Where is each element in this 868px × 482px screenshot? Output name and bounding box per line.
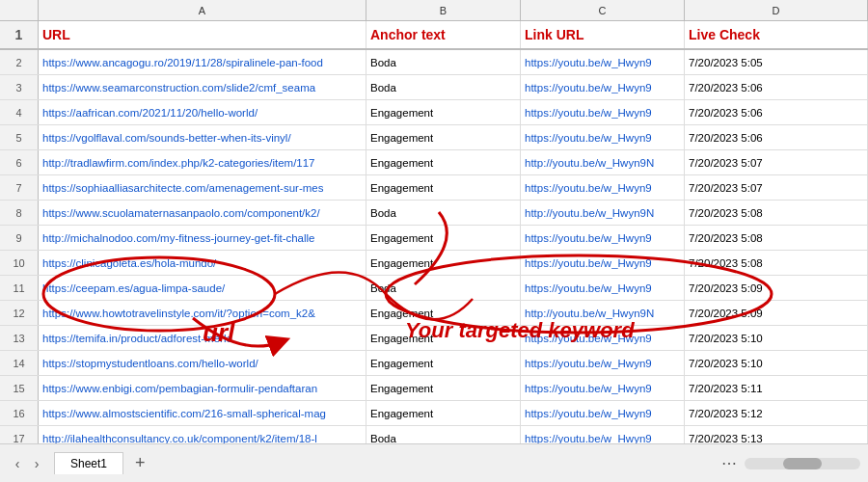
cell-anchor: Engagement — [366, 175, 521, 200]
table-row[interactable]: 5 https://vgolflaval.com/sounds-better-w… — [0, 125, 868, 150]
table-row[interactable]: 6 http://tradlawfirm.com/index.php/k2-ca… — [0, 150, 868, 175]
cell-url: https://www.ancagogu.ro/2019/11/28/spira… — [39, 50, 366, 74]
cell-anchor: Engagement — [366, 251, 521, 275]
row-num: 13 — [0, 326, 39, 350]
row-num: 4 — [0, 100, 39, 124]
scrollbar-thumb[interactable] — [783, 458, 822, 469]
cell-anchor: Boda — [366, 426, 521, 443]
cell-date: 7/20/2023 5:12 — [685, 401, 868, 425]
cell-url: https://aafrican.com/2021/11/20/hello-wo… — [39, 100, 366, 124]
row-num: 16 — [0, 401, 39, 425]
cell-url: https://www.scuolamaternasanpaolo.com/co… — [39, 201, 366, 225]
cell-anchor: Engagement — [366, 301, 521, 325]
cell-url: https://clinicagoleta.es/hola-mundo/ — [39, 251, 366, 275]
header-rownum: 1 — [0, 21, 39, 48]
table-row[interactable]: 14 https://stopmystudentloans.com/hello-… — [0, 351, 868, 376]
cell-link-url: https://youtu.be/w_Hwyn9 — [521, 100, 685, 124]
horizontal-scrollbar[interactable] — [745, 458, 860, 469]
data-table: 2 https://www.ancagogu.ro/2019/11/28/spi… — [0, 50, 868, 443]
table-row[interactable]: 9 http://michalnodoo.com/my-fitness-jour… — [0, 226, 868, 251]
table-row[interactable]: 16 https://www.almostscientific.com/216-… — [0, 401, 868, 426]
row-num: 10 — [0, 251, 39, 275]
table-row[interactable]: 15 https://www.enbigi.com/pembagian-form… — [0, 376, 868, 401]
cell-date: 7/20/2023 5:06 — [685, 125, 868, 149]
add-sheet-button[interactable]: + — [127, 453, 153, 473]
row-num: 2 — [0, 50, 39, 74]
cell-anchor: Engagement — [366, 125, 521, 149]
cell-link-url: https://youtu.be/w_Hwyn9 — [521, 401, 685, 425]
cell-date: 7/20/2023 5:08 — [685, 201, 868, 225]
header-row: 1 URL Anchor text Link URL Live Check — [0, 21, 868, 50]
cell-anchor: Boda — [366, 50, 521, 74]
cell-url: https://ceepam.es/agua-limpa-saude/ — [39, 276, 366, 300]
cell-anchor: Engagement — [366, 351, 521, 375]
cell-url: https://vgolflaval.com/sounds-better-whe… — [39, 125, 366, 149]
cell-url: https://temifa.in/product/adforest-merle — [39, 326, 366, 350]
cell-date: 7/20/2023 5:10 — [685, 351, 868, 375]
sheet-nav-arrows[interactable]: ‹ › — [8, 454, 46, 473]
row-num: 15 — [0, 376, 39, 400]
row-num: 7 — [0, 175, 39, 200]
spreadsheet: A B C D 1 URL Anchor text Link URL Live … — [0, 0, 868, 443]
cell-anchor: Engagement — [366, 226, 521, 250]
table-row[interactable]: 8 https://www.scuolamaternasanpaolo.com/… — [0, 201, 868, 226]
table-row[interactable]: 10 https://clinicagoleta.es/hola-mundo/ … — [0, 251, 868, 276]
header-link-url: Link URL — [521, 21, 685, 48]
row-num-col-header — [0, 0, 39, 20]
sheet-tab[interactable]: Sheet1 — [54, 452, 123, 474]
col-a-header: A — [39, 0, 366, 20]
bottom-right: ⋯ — [721, 454, 860, 472]
cell-link-url: https://youtu.be/w_Hwyn9 — [521, 175, 685, 200]
cell-anchor: Boda — [366, 201, 521, 225]
cell-url: https://www.almostscientific.com/216-sma… — [39, 401, 366, 425]
cell-url: https://www.seamarconstruction.com/slide… — [39, 75, 366, 99]
cell-anchor: Engagement — [366, 376, 521, 400]
row-num: 17 — [0, 426, 39, 443]
col-b-header: B — [366, 0, 521, 20]
cell-url: http://ilahealthconsultancy.co.uk/compon… — [39, 426, 366, 443]
table-row[interactable]: 7 https://sophiaalliasarchitecte.com/ame… — [0, 175, 868, 201]
cell-link-url: http://youtu.be/w_Hwyn9N — [521, 201, 685, 225]
row-num: 12 — [0, 301, 39, 325]
table-row[interactable]: 12 https://www.howtotravelinstyle.com/it… — [0, 301, 868, 326]
cell-anchor: Engagement — [366, 326, 521, 350]
row-num: 14 — [0, 351, 39, 375]
cell-link-url: https://youtu.be/w_Hwyn9 — [521, 351, 685, 375]
more-options-icon[interactable]: ⋯ — [721, 454, 737, 472]
cell-url: http://tradlawfirm.com/index.php/k2-cate… — [39, 150, 366, 174]
cell-link-url: https://youtu.be/w_Hwyn9 — [521, 50, 685, 74]
cell-date: 7/20/2023 5:11 — [685, 376, 868, 400]
cell-date: 7/20/2023 5:09 — [685, 301, 868, 325]
header-url: URL — [39, 21, 366, 48]
table-row[interactable]: 2 https://www.ancagogu.ro/2019/11/28/spi… — [0, 50, 868, 75]
cell-url: https://stopmystudentloans.com/hello-wor… — [39, 351, 366, 375]
cell-date: 7/20/2023 5:05 — [685, 50, 868, 74]
cell-anchor: Engagement — [366, 401, 521, 425]
cell-url: https://www.howtotravelinstyle.com/it/?o… — [39, 301, 366, 325]
cell-link-url: https://youtu.be/w_Hwyn9 — [521, 426, 685, 443]
row-num: 8 — [0, 201, 39, 225]
row-num: 3 — [0, 75, 39, 99]
row-num: 9 — [0, 226, 39, 250]
table-row[interactable]: 13 https://temifa.in/product/adforest-me… — [0, 326, 868, 351]
cell-link-url: https://youtu.be/w_Hwyn9 — [521, 376, 685, 400]
cell-date: 7/20/2023 5:08 — [685, 251, 868, 275]
table-row[interactable]: 11 https://ceepam.es/agua-limpa-saude/ B… — [0, 276, 868, 301]
nav-left-arrow[interactable]: ‹ — [8, 454, 27, 473]
cell-link-url: https://youtu.be/w_Hwyn9 — [521, 226, 685, 250]
table-row[interactable]: 17 http://ilahealthconsultancy.co.uk/com… — [0, 426, 868, 443]
table-row[interactable]: 3 https://www.seamarconstruction.com/sli… — [0, 75, 868, 100]
column-headers: A B C D — [0, 0, 868, 21]
cell-anchor: Engagement — [366, 150, 521, 174]
cell-link-url: https://youtu.be/w_Hwyn9 — [521, 125, 685, 149]
col-d-header: D — [685, 0, 868, 20]
cell-url: http://michalnodoo.com/my-fitness-journe… — [39, 226, 366, 250]
nav-right-arrow[interactable]: › — [27, 454, 46, 473]
cell-date: 7/20/2023 5:09 — [685, 276, 868, 300]
col-c-header: C — [521, 0, 685, 20]
cell-date: 7/20/2023 5:07 — [685, 150, 868, 174]
cell-date: 7/20/2023 5:07 — [685, 175, 868, 200]
table-row[interactable]: 4 https://aafrican.com/2021/11/20/hello-… — [0, 100, 868, 125]
cell-date: 7/20/2023 5:10 — [685, 326, 868, 350]
header-live-check: Live Check — [685, 21, 868, 48]
